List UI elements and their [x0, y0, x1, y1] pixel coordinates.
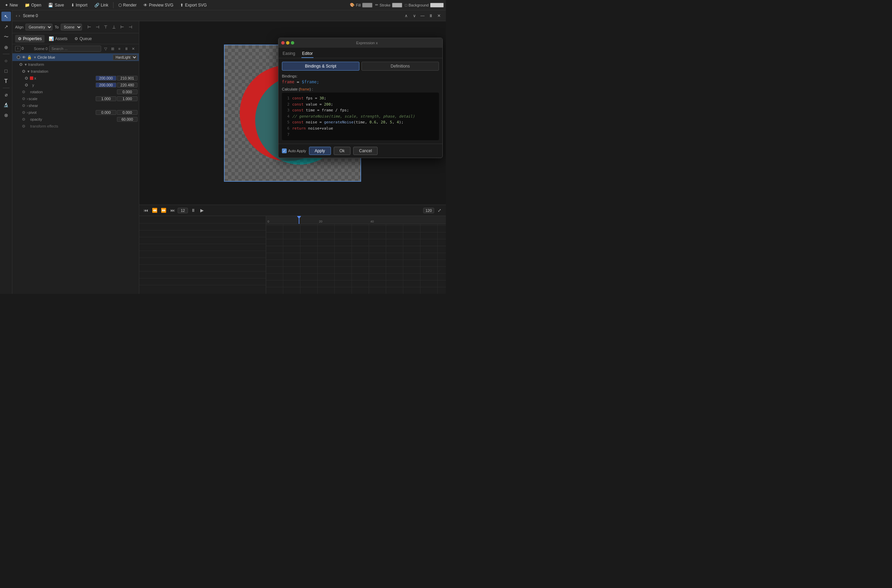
align-right-btn[interactable]: ⊤	[102, 23, 110, 31]
transform-expand[interactable]: ▼	[24, 63, 27, 66]
auto-apply-check-box[interactable]: ✓	[282, 148, 287, 153]
arrow-tool-button[interactable]: ↗	[2, 22, 11, 32]
shear-expand[interactable]: ›	[27, 104, 28, 108]
frame-end-display[interactable]: 120	[423, 208, 434, 213]
rotation-dot[interactable]	[22, 90, 25, 93]
background-item[interactable]: □ Background	[405, 3, 444, 8]
dialog-minimize-dot[interactable]	[286, 41, 290, 45]
eraser-tool-button[interactable]: ⌀	[2, 90, 11, 99]
filter-btn[interactable]: ▽	[102, 46, 109, 52]
new-button[interactable]: ✦ New	[2, 2, 21, 8]
apply-button[interactable]: Apply	[309, 147, 331, 155]
text-tool-button[interactable]: T	[2, 76, 11, 86]
circle-tool-button[interactable]: ○	[2, 56, 11, 66]
scale-expand[interactable]: ›	[27, 97, 28, 101]
code-area[interactable]: 1 const fps = 30; 2 const value = 200; 3…	[282, 93, 439, 140]
layer-expand-icon[interactable]: ▼	[33, 56, 37, 59]
tab-assets[interactable]: 📊 Assets	[46, 35, 70, 42]
background-color-swatch[interactable]	[430, 3, 444, 8]
tab-queue[interactable]: ⚙ Queue	[72, 35, 95, 42]
curve-tool-button[interactable]: 〜	[2, 32, 11, 42]
tree-btn2[interactable]: ⊞	[110, 46, 116, 52]
pivot-expand[interactable]: ›	[27, 111, 28, 114]
scene-nav-back[interactable]: ‹	[16, 13, 17, 18]
scale-value-1[interactable]: 1.000	[96, 96, 116, 101]
x-value-1[interactable]: 200.000	[96, 76, 116, 81]
preview-svg-button[interactable]: 👁 Preview SVG	[141, 2, 176, 8]
bindings-script-btn[interactable]: Bindings & Script	[282, 62, 359, 70]
timeline-playhead[interactable]	[299, 216, 299, 224]
opacity-dot[interactable]	[22, 118, 25, 121]
definitions-btn[interactable]: Definitions	[362, 62, 439, 70]
align-left-btn[interactable]: ⊢	[86, 23, 93, 31]
layer-visibility-dot[interactable]	[17, 56, 20, 59]
eyedropper-tool-button[interactable]: 🔬	[2, 100, 11, 110]
shear-dot[interactable]	[22, 104, 25, 107]
export-svg-button[interactable]: ⬆ Export SVG	[177, 2, 209, 8]
scene-collapse-btn[interactable]: ∧	[402, 12, 410, 19]
link-button[interactable]: 🔗 Link	[92, 2, 111, 8]
playback-start-btn[interactable]: ⏮	[142, 207, 150, 214]
scale-dot[interactable]	[22, 98, 25, 100]
playback-pause-btn[interactable]: ⏸	[189, 207, 197, 214]
cancel-button[interactable]: Cancel	[353, 147, 378, 155]
layer-circle-blue[interactable]: 👁 🔒 ▼ Circle blue HardLight	[12, 54, 139, 61]
y-value-1[interactable]: 200.000	[96, 82, 116, 87]
zoom-tool-button[interactable]: ⊕	[2, 42, 11, 52]
layer-lock-icon[interactable]: 🔒	[27, 55, 32, 60]
layer-eye-icon[interactable]: 👁	[22, 55, 26, 59]
tab-properties[interactable]: ⚙ Properties	[15, 35, 45, 42]
playback-play-btn[interactable]: ▶	[198, 207, 206, 214]
frame-display[interactable]: 12	[178, 208, 188, 213]
align-center-h-btn[interactable]: ⊣	[94, 23, 101, 31]
stroke-item[interactable]: ✏ Stroke	[375, 3, 402, 8]
transform-effects-dot[interactable]	[22, 125, 25, 128]
timeline-expand-btn[interactable]: ⤢	[435, 207, 443, 214]
translation-dot[interactable]	[22, 70, 25, 73]
dialog-tab-editor[interactable]: Editor	[302, 50, 314, 58]
playback-next-btn[interactable]: ⏩	[160, 207, 167, 214]
scene-expand-btn[interactable]: ∨	[411, 12, 418, 19]
transform-dot[interactable]	[20, 63, 22, 66]
auto-apply-checkbox[interactable]: ✓ Auto Apply	[282, 148, 306, 153]
link2-tool-button[interactable]: ⊗	[2, 110, 11, 120]
scene-pause-btn[interactable]: ⏸	[427, 12, 434, 19]
rotation-value[interactable]: 0.000	[117, 90, 138, 94]
dialog-tab-easing[interactable]: Easing	[282, 50, 296, 58]
fill-color-swatch[interactable]	[362, 3, 372, 8]
translation-expand[interactable]: ▼	[27, 70, 30, 74]
rect-tool-button[interactable]: □	[2, 66, 11, 76]
dialog-close-dot[interactable]	[281, 41, 285, 45]
select-tool-button[interactable]: ↖	[2, 12, 11, 21]
y-dot[interactable]	[25, 84, 28, 86]
dialog-maximize-dot[interactable]	[291, 41, 294, 45]
stroke-color-swatch[interactable]	[392, 3, 402, 8]
scene-minimize-btn[interactable]: —	[419, 12, 426, 19]
open-button[interactable]: 📁 Open	[22, 2, 44, 8]
align-geometry-select[interactable]: Geometry	[26, 24, 53, 30]
playback-prev-btn[interactable]: ⏪	[151, 207, 158, 214]
scene-nav-forward[interactable]: ›	[18, 13, 20, 18]
pivot-dot[interactable]	[22, 111, 25, 114]
import-button[interactable]: ⬇ Import	[68, 2, 90, 8]
pivot-value-2[interactable]: 0.000	[117, 110, 138, 115]
save-button[interactable]: 💾 Save	[45, 2, 66, 8]
pivot-value-1[interactable]: 0.000	[96, 110, 116, 115]
y-value-2[interactable]: 220.480	[117, 82, 138, 87]
align-to-select[interactable]: Scene	[61, 24, 82, 30]
scene-close-btn[interactable]: ✕	[435, 12, 442, 19]
x-dot[interactable]	[25, 77, 28, 80]
opacity-value[interactable]: 60.000	[117, 117, 138, 122]
playback-end-btn[interactable]: ⏭	[169, 207, 176, 214]
tree-btn3[interactable]: ≡	[116, 46, 122, 52]
blend-mode-select[interactable]: HardLight	[113, 54, 138, 60]
align-bottom-btn[interactable]: ⊣	[126, 23, 134, 31]
canvas-viewport[interactable]: Expression x Easing Editor Bindings & Sc…	[139, 21, 446, 205]
render-button[interactable]: ⬡ Render	[116, 2, 139, 8]
align-top-btn[interactable]: ⊥	[110, 23, 118, 31]
layer-search-input[interactable]	[49, 46, 101, 52]
x-value-2[interactable]: 210.901	[117, 76, 138, 81]
scale-value-2[interactable]: 1.000	[117, 96, 138, 101]
tree-pause-btn[interactable]: ⏸	[123, 46, 129, 52]
align-center-v-btn[interactable]: ⊢	[118, 23, 126, 31]
